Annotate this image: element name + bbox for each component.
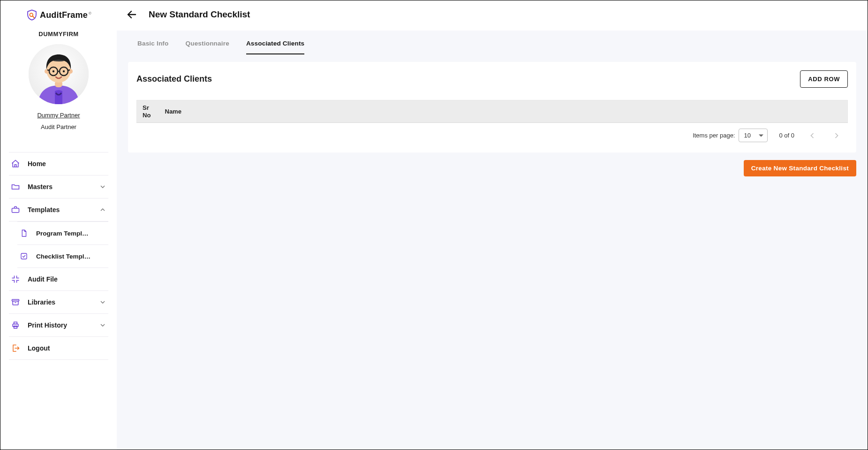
sidebar-item-checklist-templates[interactable]: Checklist Templ… <box>17 245 108 268</box>
firm-block: DUMMYFIRM <box>0 29 117 142</box>
card-title: Associated Clients <box>136 74 212 84</box>
archive-icon <box>11 297 20 307</box>
avatar <box>29 44 89 104</box>
table-header-row: Sr No Name <box>137 100 848 123</box>
svg-line-10 <box>47 70 49 70</box>
caret-down-icon <box>759 134 763 137</box>
sidebar-item-logout[interactable]: Logout <box>9 337 108 360</box>
chevron-down-icon <box>99 183 106 191</box>
sidebar-item-print-history[interactable]: Print History <box>9 314 108 337</box>
actions-row: Create New Standard Checklist <box>128 160 856 176</box>
page-size-value: 10 <box>744 132 750 139</box>
firm-name: DUMMYFIRM <box>38 31 78 38</box>
brand-name: AuditFrame© <box>40 10 91 20</box>
checkbox-icon <box>19 252 29 261</box>
topbar: New Standard Checklist <box>117 0 868 27</box>
items-per-page-label: Items per page: <box>693 132 735 139</box>
collapse-icon <box>11 275 20 284</box>
sidebar-item-label: Print History <box>28 321 91 329</box>
brand-icon <box>26 9 38 21</box>
page-size-select[interactable]: 10 <box>739 129 768 142</box>
back-button[interactable] <box>125 8 138 21</box>
svg-rect-21 <box>14 326 17 328</box>
sidebar-item-masters[interactable]: Masters <box>9 175 108 198</box>
svg-rect-20 <box>14 322 17 324</box>
user-role: Audit Partner <box>41 123 76 130</box>
printer-icon <box>11 320 20 330</box>
col-srno: Sr No <box>137 100 159 123</box>
user-name[interactable]: Dummy Partner <box>37 112 80 119</box>
tab-basic-info[interactable]: Basic Info <box>137 40 169 54</box>
sidebar-item-program-templates[interactable]: Program Templ… <box>17 221 108 245</box>
sidebar-item-audit-file[interactable]: Audit File <box>9 268 108 291</box>
sidebar-nav: Home Masters Templates <box>0 152 117 360</box>
sidebar-item-label: Checklist Templ… <box>36 253 106 260</box>
chevron-down-icon <box>99 321 106 329</box>
chevron-down-icon <box>99 298 106 306</box>
associated-clients-card: Associated Clients ADD ROW Sr No Name It… <box>128 62 856 153</box>
clients-table: Sr No Name <box>136 100 848 123</box>
main: New Standard Checklist Basic Info Questi… <box>117 0 868 450</box>
sidebar-item-label: Home <box>28 160 106 168</box>
svg-rect-17 <box>13 301 18 305</box>
sidebar-item-home[interactable]: Home <box>9 152 108 175</box>
paginator: Items per page: 10 0 of 0 <box>136 123 848 142</box>
folder-icon <box>11 182 20 191</box>
content-area: Basic Info Questionnaire Associated Clie… <box>117 31 868 450</box>
sidebar-item-libraries[interactable]: Libraries <box>9 291 108 314</box>
logout-icon <box>11 343 20 353</box>
add-row-button[interactable]: ADD ROW <box>800 70 848 88</box>
sidebar-item-label: Libraries <box>28 298 91 306</box>
svg-point-12 <box>53 70 54 72</box>
templates-subnav: Program Templ… Checklist Templ… <box>9 221 108 268</box>
briefcase-icon <box>11 205 20 214</box>
sidebar-item-templates[interactable]: Templates <box>9 198 108 221</box>
home-icon <box>11 159 20 168</box>
svg-point-13 <box>63 70 65 72</box>
sidebar-item-label: Templates <box>28 206 91 214</box>
sidebar-item-label: Audit File <box>28 275 106 283</box>
svg-rect-14 <box>12 208 19 213</box>
sidebar-item-label: Logout <box>28 344 106 352</box>
col-name: Name <box>159 100 848 123</box>
next-page-button[interactable] <box>830 129 843 142</box>
logo[interactable]: AuditFrame© <box>0 5 117 29</box>
page-range: 0 of 0 <box>779 132 794 139</box>
sidebar-item-label: Program Templ… <box>36 230 106 237</box>
svg-line-1 <box>33 16 34 17</box>
tab-questionnaire[interactable]: Questionnaire <box>186 40 229 54</box>
sidebar: AuditFrame© DUMMYFIRM <box>0 0 117 450</box>
sidebar-item-label: Masters <box>28 183 91 191</box>
tabs: Basic Info Questionnaire Associated Clie… <box>128 31 856 54</box>
page-title: New Standard Checklist <box>149 9 250 20</box>
svg-rect-15 <box>21 253 27 259</box>
svg-line-11 <box>68 70 70 70</box>
create-checklist-button[interactable]: Create New Standard Checklist <box>744 160 856 176</box>
file-icon <box>19 229 29 238</box>
chevron-up-icon <box>99 206 106 214</box>
tab-associated-clients[interactable]: Associated Clients <box>246 40 304 54</box>
prev-page-button[interactable] <box>806 129 819 142</box>
